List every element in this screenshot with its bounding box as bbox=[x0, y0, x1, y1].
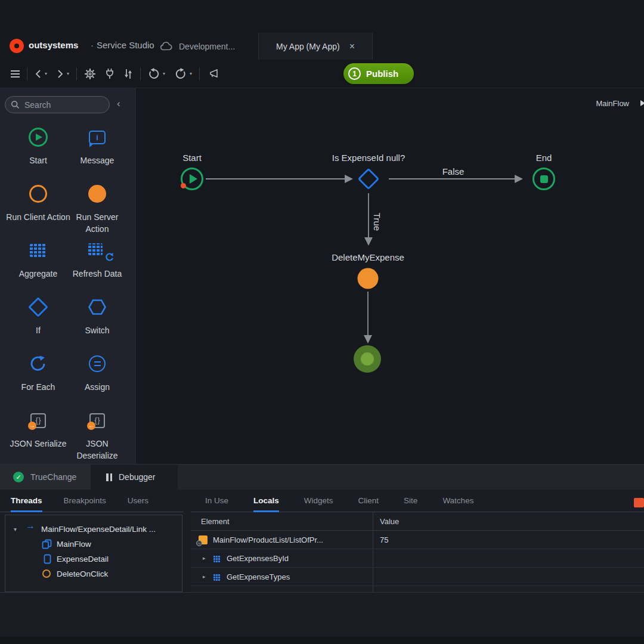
aggregate-icon bbox=[30, 244, 47, 257]
tab-breakpoints[interactable]: Breakpoints bbox=[64, 490, 106, 512]
search-icon bbox=[11, 100, 20, 109]
tab-debugger[interactable]: Debugger bbox=[91, 465, 178, 490]
toolbar-separator bbox=[27, 67, 27, 80]
arrow-left-badge-icon: ← bbox=[87, 422, 95, 430]
table-row[interactable]: ▸ GetExpensesById bbox=[191, 549, 644, 568]
tool-if[interactable]: If bbox=[5, 295, 71, 336]
publish-button[interactable]: 1 Publish bbox=[343, 63, 414, 84]
aggregate-icon bbox=[213, 573, 221, 581]
search-input[interactable] bbox=[23, 100, 95, 110]
list-widget-icon: → bbox=[199, 535, 208, 544]
tab-my-app[interactable]: My App (My App) × bbox=[258, 33, 373, 60]
debug-button[interactable] bbox=[106, 65, 114, 83]
message-icon: i bbox=[89, 131, 106, 144]
start-icon bbox=[29, 128, 48, 147]
false-branch-label: False bbox=[442, 166, 465, 177]
feedback-button[interactable] bbox=[207, 65, 220, 83]
caret-right-icon[interactable]: ▸ bbox=[203, 574, 206, 580]
toolbox-search[interactable] bbox=[5, 96, 110, 113]
truechange-tab-label: TrueChange bbox=[30, 472, 76, 482]
delete-my-expense-node[interactable] bbox=[358, 268, 379, 289]
caret-down-icon[interactable]: ▾ bbox=[14, 526, 17, 532]
run-server-action-icon bbox=[88, 185, 106, 203]
tool-run-client-action[interactable]: Run Client Action bbox=[5, 182, 71, 223]
tool-label: Run Client Action bbox=[5, 211, 71, 223]
toolbar-separator bbox=[140, 67, 141, 80]
current-thread-arrow-icon: → bbox=[26, 521, 35, 531]
true-branch-label: True bbox=[372, 213, 382, 231]
start-node[interactable] bbox=[181, 168, 203, 190]
settings-button[interactable] bbox=[84, 65, 96, 83]
if-icon bbox=[28, 297, 48, 317]
tool-json-deserialize[interactable]: { }← JSON Deserialize bbox=[64, 408, 130, 462]
tool-start[interactable]: Start bbox=[5, 125, 71, 166]
tool-switch[interactable]: Switch bbox=[64, 295, 130, 336]
tab-widgets[interactable]: Widgets bbox=[304, 490, 333, 512]
compare-merge-button[interactable] bbox=[123, 65, 133, 83]
menu-button[interactable] bbox=[11, 65, 20, 83]
chevron-down-icon[interactable]: ▾ bbox=[163, 71, 165, 76]
tool-assign[interactable]: Assign bbox=[64, 352, 130, 393]
tree-item-deleteonclick[interactable]: DeleteOnClick bbox=[5, 566, 182, 581]
tab-threads[interactable]: Threads bbox=[11, 490, 42, 512]
tab-locals[interactable]: Locals bbox=[253, 490, 279, 512]
tool-refresh-data[interactable]: Refresh Data bbox=[64, 239, 130, 280]
undo-icon bbox=[148, 68, 160, 80]
tab-watches[interactable]: Watches bbox=[442, 490, 473, 512]
tool-label: Assign bbox=[64, 381, 130, 393]
caret-right-icon[interactable]: ▸ bbox=[203, 555, 206, 561]
toolbox-sidebar: ‹ Start i Message Run Client Action Run … bbox=[0, 88, 136, 464]
flows-icon bbox=[42, 539, 52, 549]
chevron-down-icon[interactable]: ▾ bbox=[67, 71, 69, 76]
tree-item-label: DeleteOnClick bbox=[57, 569, 108, 578]
table-header: Element Value bbox=[191, 512, 644, 531]
chevron-down-icon[interactable]: ▾ bbox=[190, 71, 192, 76]
chevron-down-icon[interactable]: ▾ bbox=[45, 71, 47, 76]
json-serialize-icon: { }→ bbox=[30, 413, 46, 428]
tab-users[interactable]: Users bbox=[128, 490, 148, 512]
tool-run-server-action[interactable]: Run Server Action bbox=[64, 182, 130, 235]
aggregate-icon bbox=[213, 555, 221, 562]
tree-item-expensedetail[interactable]: ExpenseDetail bbox=[5, 552, 182, 566]
footer-empty-area bbox=[0, 592, 644, 644]
tool-for-each[interactable]: For Each bbox=[5, 352, 71, 393]
switch-icon bbox=[88, 299, 107, 315]
panel-tab-strip bbox=[178, 465, 644, 490]
pause-icon bbox=[106, 473, 112, 481]
column-value: Value bbox=[380, 517, 399, 526]
publish-count-badge: 1 bbox=[348, 67, 361, 80]
tree-item-mainflow[interactable]: MainFlow bbox=[5, 537, 182, 551]
title-bar: outsystems · Service Studio Development.… bbox=[0, 33, 644, 60]
navigate-back-button[interactable]: ▾ bbox=[35, 65, 47, 83]
tool-message[interactable]: i Message bbox=[64, 125, 130, 166]
tab-site[interactable]: Site bbox=[404, 490, 417, 512]
redo-button[interactable]: ▾ bbox=[175, 65, 192, 83]
collapse-sidebar-icon[interactable]: ‹ bbox=[117, 98, 120, 110]
flow-connectors bbox=[136, 88, 644, 464]
navigate-forward-button[interactable]: ▾ bbox=[57, 65, 69, 83]
tab-in-use[interactable]: In Use bbox=[205, 490, 228, 512]
cloud-icon bbox=[160, 42, 173, 51]
undo-button[interactable]: ▾ bbox=[148, 65, 165, 83]
footer-bottom-strip bbox=[0, 637, 644, 644]
tab-environment[interactable]: Development... bbox=[160, 33, 235, 60]
arrow-right-badge-icon: → bbox=[28, 422, 36, 430]
table-row[interactable]: ▸ GetExpenseTypes bbox=[191, 568, 644, 586]
publish-label: Publish bbox=[366, 69, 398, 79]
tool-json-serialize[interactable]: { }→ JSON Serialize bbox=[5, 408, 71, 450]
tab-client[interactable]: Client bbox=[358, 490, 379, 512]
current-execution-node[interactable] bbox=[354, 345, 381, 373]
end-node-label: End bbox=[536, 153, 552, 163]
assign-icon bbox=[89, 355, 106, 372]
stop-debugging-button[interactable] bbox=[634, 498, 644, 507]
tab-truechange[interactable]: ✓ TrueChange bbox=[0, 465, 91, 490]
debugger-tab-label: Debugger bbox=[119, 472, 156, 482]
end-node[interactable] bbox=[532, 168, 555, 190]
tool-label: Switch bbox=[64, 324, 130, 336]
product-name: Service Studio bbox=[97, 40, 154, 50]
tool-aggregate[interactable]: Aggregate bbox=[5, 239, 71, 280]
thread-root-row[interactable]: ▾ → MainFlow/ExpenseDetail/Link ... bbox=[5, 522, 182, 536]
close-tab-icon[interactable]: × bbox=[349, 41, 355, 52]
flow-canvas[interactable]: MainFlow Start Is ExpenseId null? End Fa… bbox=[136, 88, 644, 464]
table-row[interactable]: → MainFlow/ProductList/ListOfPr... 75 bbox=[191, 531, 644, 549]
